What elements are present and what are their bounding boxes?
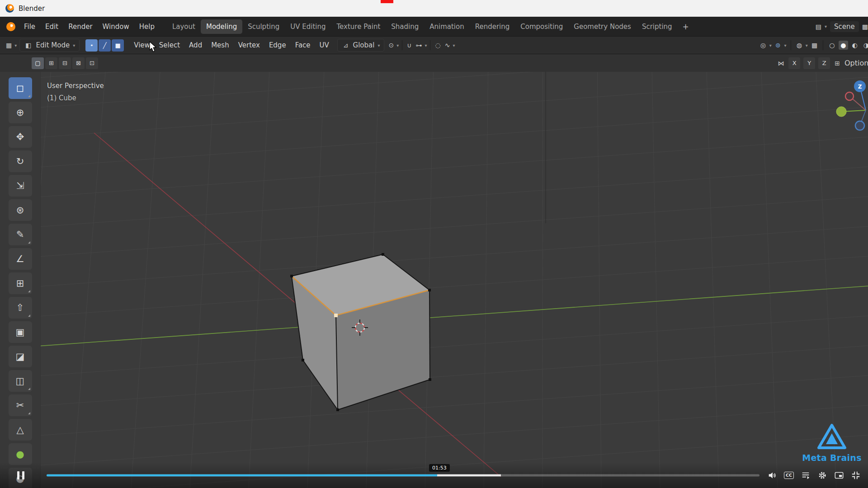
loop-cut-tool[interactable]: ◫ [9, 370, 32, 392]
perspective-label: User Perspective [47, 82, 104, 90]
chevron-down-icon[interactable]: ▾ [825, 24, 827, 29]
chevron-down-icon[interactable]: ▾ [453, 43, 455, 48]
scale-tool[interactable]: ⇲ [9, 175, 32, 197]
chevron-down-icon[interactable]: ▾ [806, 43, 808, 48]
edge-select-button[interactable]: ╱ [99, 39, 111, 52]
mirror-z-button[interactable]: Z [818, 57, 830, 69]
menu-uv[interactable]: UV [315, 39, 334, 51]
tool-options-dropdown[interactable]: Options ▾ [844, 59, 868, 67]
bevel-tool[interactable]: ◪ [9, 346, 32, 367]
mirror-y-button[interactable]: Y [803, 57, 815, 69]
editor-type-chevron-icon[interactable]: ▾ [14, 43, 17, 48]
tab-layout[interactable]: Layout [167, 19, 201, 34]
select-mode-new-button[interactable]: ▢ [32, 57, 44, 69]
shading-solid-icon[interactable]: ● [839, 41, 848, 50]
menu-face[interactable]: Face [291, 39, 315, 51]
tab-sculpting[interactable]: Sculpting [242, 19, 285, 34]
cursor-tool[interactable]: ⊕ [9, 102, 32, 123]
rotate-tool[interactable]: ↻ [9, 150, 32, 172]
snap-target-icon[interactable]: ⊶ [414, 42, 423, 49]
mirror-icon[interactable]: ⋈ [776, 60, 785, 67]
snap-magnet-icon[interactable]: ∪ [406, 42, 413, 49]
gizmo-neg-z-ball[interactable] [855, 121, 864, 130]
select-mode-extend-button[interactable]: ⊞ [45, 57, 57, 69]
navigation-gizmo[interactable]: Z [813, 72, 868, 140]
menu-edit[interactable]: Edit [40, 20, 63, 33]
browse-scene-icon[interactable]: ▤ [816, 23, 821, 30]
tab-shading[interactable]: Shading [386, 19, 424, 34]
gizmos-icon[interactable]: ⊚ [774, 42, 782, 49]
tab-texture-paint[interactable]: Texture Paint [331, 19, 386, 34]
editor-type-icon[interactable]: ▦ [5, 42, 13, 49]
menu-vertex[interactable]: Vertex [234, 39, 264, 51]
mirror-x-button[interactable]: X [788, 57, 800, 69]
annotate-tool[interactable]: ✎ [9, 224, 32, 245]
playlist-icon[interactable] [801, 470, 811, 480]
add-cube-tool[interactable]: ⊞ [9, 272, 32, 294]
chevron-down-icon[interactable]: ▾ [769, 43, 772, 48]
poly-build-tool[interactable]: △ [9, 419, 32, 441]
chevron-down-icon[interactable]: ▾ [396, 43, 399, 48]
proportional-editing-icon[interactable]: ◌ [434, 42, 442, 49]
pause-button[interactable] [17, 471, 24, 479]
fullscreen-icon[interactable] [851, 470, 861, 480]
tab-modeling[interactable]: Modeling [201, 19, 242, 34]
view-layer-icon[interactable]: ▩ [862, 23, 868, 30]
move-tool[interactable]: ✥ [9, 126, 32, 148]
inset-icon: ▣ [16, 327, 25, 338]
shading-rendered-icon[interactable]: ◑ [862, 41, 868, 50]
menu-add[interactable]: Add [184, 39, 207, 51]
transform-tool[interactable]: ⊛ [9, 199, 32, 221]
mode-selector[interactable]: ◧ Edit Mode ▾ [19, 39, 80, 52]
overlays-icon[interactable]: ◍ [795, 42, 803, 49]
menu-select[interactable]: Select [155, 39, 184, 51]
viewport-3d[interactable]: ◻ ⊕ ✥ ↻ ⇲ ⊛ ✎ ∠ ⊞ ⇧ ▣ ◪ ◫ ✂ △ ● ◒ User P… [0, 72, 868, 488]
progress-bar[interactable] [47, 474, 760, 477]
orientation-selector[interactable]: ⊿ Global ▾ [337, 39, 385, 52]
select-mode-subtract-button[interactable]: ⊟ [59, 57, 71, 69]
face-select-button[interactable]: ■ [112, 39, 124, 52]
tab-uv-editing[interactable]: UV Editing [285, 19, 331, 34]
pip-icon[interactable] [834, 470, 844, 480]
add-workspace-button[interactable]: + [678, 21, 694, 32]
select-box-tool[interactable]: ◻ [9, 77, 32, 99]
tab-rendering[interactable]: Rendering [470, 19, 515, 34]
extrude-tool[interactable]: ⇧ [9, 297, 32, 319]
falloff-curve-icon[interactable]: ∿ [443, 42, 452, 49]
menu-mesh[interactable]: Mesh [207, 39, 234, 51]
gizmo-y-ball[interactable] [836, 107, 846, 117]
chevron-down-icon[interactable]: ▾ [425, 43, 427, 48]
chevron-down-icon[interactable]: ▾ [784, 43, 787, 48]
add-cube-icon: ⊞ [16, 278, 24, 289]
select-mode-invert-button[interactable]: ⊠ [72, 57, 85, 69]
tab-scripting[interactable]: Scripting [637, 19, 678, 34]
menu-file[interactable]: File [19, 20, 40, 33]
menu-window[interactable]: Window [98, 20, 134, 33]
measure-tool[interactable]: ∠ [9, 248, 32, 270]
menu-help[interactable]: Help [134, 20, 160, 33]
extra-settings-icon[interactable]: ⊞ [833, 60, 841, 67]
knife-tool[interactable]: ✂ [9, 394, 32, 416]
branding: Meta Brains [795, 423, 868, 463]
xray-toggle-icon[interactable]: ▩ [810, 42, 819, 49]
visibility-icon[interactable]: ◎ [759, 42, 767, 49]
tab-compositing[interactable]: Compositing [515, 19, 568, 34]
gizmo-x-ball[interactable] [845, 92, 854, 100]
menu-edge[interactable]: Edge [264, 39, 291, 51]
tab-animation[interactable]: Animation [424, 19, 469, 34]
vertex-select-button[interactable]: • [85, 39, 98, 52]
pivot-point-icon[interactable]: ⊙ [387, 42, 395, 49]
select-mode-intersect-button[interactable]: ⊡ [86, 57, 98, 69]
scene-name-field[interactable]: Scene [830, 21, 859, 32]
shading-material-icon[interactable]: ◐ [850, 41, 859, 50]
blender-menu-icon[interactable] [6, 22, 15, 31]
volume-icon[interactable] [767, 470, 777, 480]
shading-wireframe-icon[interactable]: ○ [827, 41, 836, 50]
smooth-tool[interactable]: ● [9, 443, 32, 465]
menu-render[interactable]: Render [63, 20, 97, 33]
inset-faces-tool[interactable]: ▣ [9, 321, 32, 343]
tab-geometry-nodes[interactable]: Geometry Nodes [568, 19, 637, 34]
bevel-icon: ◪ [16, 351, 25, 362]
captions-icon[interactable]: CC [784, 472, 794, 479]
settings-icon[interactable] [817, 470, 827, 480]
